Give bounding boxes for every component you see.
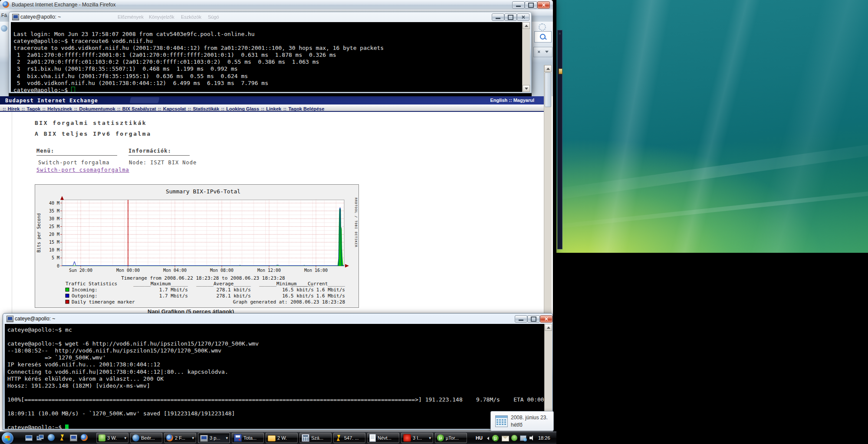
x-tick: Mon 00:00 xyxy=(116,268,140,273)
minimize-button[interactable] xyxy=(492,13,504,21)
tray-expand-chevron-icon[interactable] xyxy=(487,437,489,440)
offscreen-window-sliver[interactable] xyxy=(557,30,562,249)
firefox-titlebar[interactable]: Budapest Internet Exchange - Mozilla Fir… xyxy=(0,0,553,10)
page-subtitle: A BIX teljes IPv6 forgalma xyxy=(35,131,151,137)
tooltip-date: 2008. június 23. xyxy=(511,415,548,421)
maximize-button[interactable] xyxy=(504,13,517,21)
tray-network-icon[interactable] xyxy=(520,435,526,441)
ghost-menu-item: Súgó xyxy=(208,14,219,20)
terminal-progress-line: 100%[===================================… xyxy=(7,396,544,403)
page-title: BIX forgalmi statisztikák xyxy=(35,120,147,126)
terminal1-titlebar[interactable]: cateye@apollo: ~ Előzmények Könyvjelzők … xyxy=(9,12,531,22)
minimize-button[interactable] xyxy=(512,1,525,9)
terminal-line: Connecting to vod6.niif.hu|2001:738:0:40… xyxy=(7,369,544,375)
messenger-icon xyxy=(99,434,105,441)
minimize-button[interactable] xyxy=(515,315,527,323)
scrollbar-thumb[interactable] xyxy=(545,72,551,107)
taskbar-button-inbox[interactable]: Beér... xyxy=(130,433,162,443)
stats-row-label: Incoming: xyxy=(72,287,98,293)
nav-item-dokumentumok[interactable]: Dokumentumok xyxy=(79,106,115,111)
nav-item-tagok-belepese[interactable]: Tagok Belépése xyxy=(288,106,324,111)
taskbar-button-firefox-group[interactable]: 2 F... ▾ xyxy=(164,433,196,443)
terminal2-window: cateye@apollo: ~ cateye@apollo:~$ mc cat… xyxy=(3,313,553,430)
switch-windows-icon[interactable] xyxy=(36,434,43,440)
nav-item-tagok[interactable]: Tagok xyxy=(27,106,41,111)
terminal1-scrollbar[interactable] xyxy=(522,22,530,92)
close-button[interactable] xyxy=(537,1,550,9)
nav-item-kapcsolat[interactable]: Kapcsolat xyxy=(163,106,186,111)
maximize-button[interactable] xyxy=(525,1,537,9)
taskbar-button-winamp[interactable]: 547. ... xyxy=(333,433,365,443)
search-bar-fragment[interactable] xyxy=(534,31,552,42)
scroll-up-button[interactable] xyxy=(523,22,530,29)
bix-header-bar: Budapest Internet Exchange English :: Ma… xyxy=(0,96,544,104)
nav-item-looking-glass[interactable]: Looking Glass xyxy=(226,106,259,111)
nav-item-szabalyzat[interactable]: BIX Szabályzat xyxy=(122,106,156,111)
terminal-cursor xyxy=(65,424,69,429)
language-switch[interactable]: English :: Magyarul xyxy=(490,98,534,103)
maximize-icon xyxy=(508,15,513,20)
start-button[interactable] xyxy=(2,432,13,444)
maximize-button[interactable] xyxy=(527,315,540,323)
nav-separator: :: xyxy=(188,106,191,111)
close-icon[interactable] xyxy=(537,50,540,53)
chevron-down-icon[interactable] xyxy=(545,51,549,53)
taskbar-button-putty-group[interactable]: 3 p... ▾ xyxy=(198,433,230,443)
stats-col-avg: ______Average______ xyxy=(196,281,251,287)
taskbar-button-explorer[interactable]: 2 W. xyxy=(266,433,298,443)
close-icon[interactable] xyxy=(559,33,561,35)
taskbar-button-irfanview-group[interactable]: 3 I... ▾ xyxy=(401,433,433,443)
tray-utorrent-icon[interactable]: µ xyxy=(492,435,499,441)
nav-item-helyszinek[interactable]: Helyszínek xyxy=(47,106,72,111)
nav-separator: :: xyxy=(158,106,161,111)
stat-value: 16.5 kbit/s xyxy=(282,293,314,299)
taskbar-button-messenger-group[interactable]: 3 W. ▾ xyxy=(96,433,128,443)
menu-file-fragment[interactable]: Fá xyxy=(1,13,7,18)
firefox-quicklaunch-icon[interactable] xyxy=(81,434,88,441)
taskbar-button-notepad[interactable]: Névt... xyxy=(367,433,399,443)
findbar-fragment[interactable] xyxy=(533,47,552,57)
stats-col-cur: ______Current______ xyxy=(290,281,345,287)
nav-item-statisztikak[interactable]: Statisztikák xyxy=(193,106,220,111)
terminal2-screen[interactable]: cateye@apollo:~$ mc cateye@apollo:~$ wge… xyxy=(5,324,544,429)
nav-item-linkek[interactable]: Linkek xyxy=(266,106,281,111)
y-tick: 5 M xyxy=(52,255,59,260)
putty-quicklaunch-icon[interactable] xyxy=(70,434,77,441)
close-button[interactable] xyxy=(540,315,552,323)
winamp-icon[interactable] xyxy=(59,434,66,441)
close-button[interactable] xyxy=(517,13,529,21)
scroll-up-button[interactable] xyxy=(544,65,552,72)
tray-mail-icon[interactable] xyxy=(502,436,509,441)
terminal2-titlebar[interactable]: cateye@apollo: ~ xyxy=(3,313,552,324)
show-desktop-icon[interactable] xyxy=(25,435,33,441)
tray-volume-icon[interactable] xyxy=(529,435,534,441)
tray-messenger-icon[interactable] xyxy=(511,435,517,441)
scroll-up-button[interactable] xyxy=(545,324,552,331)
terminal1-screen[interactable]: Last login: Mon Jun 23 17:58:07 2008 fro… xyxy=(11,22,522,92)
quicklaunch-bird-icon[interactable] xyxy=(48,434,55,441)
taskbar-button-total-commander[interactable]: Tota... xyxy=(232,433,264,443)
taskbar-clock[interactable]: 18:26 xyxy=(538,435,550,441)
language-indicator[interactable]: HU xyxy=(476,435,483,441)
terminal1-window: cateye@apollo: ~ Előzmények Könyvjelzők … xyxy=(9,12,532,93)
browser-scrollbar[interactable] xyxy=(544,65,552,313)
arrow-up-icon xyxy=(546,68,550,70)
utorrent-icon: µ xyxy=(437,434,444,441)
taskbar-button-utorrent[interactable]: µ µTor... xyxy=(435,433,467,443)
back-button-fragment[interactable] xyxy=(1,25,7,32)
terminal-prompt: cateye@apollo:~$ xyxy=(7,424,544,429)
nav-item-hirek[interactable]: Hírek xyxy=(8,106,20,111)
y-tick: 15 M xyxy=(49,240,59,245)
taskbar-button-calculator[interactable]: Szá... xyxy=(299,433,332,443)
terminal-line: HTTP kérés elküldve, várom a választ... … xyxy=(7,375,544,382)
terminal-line: 3 rs1.bix.hu (2001:7f8:35::5507:1) 0.468… xyxy=(13,65,522,72)
bix-navbar: :: Hírek :: Tagok :: Helyszínek :: Dokum… xyxy=(0,104,544,112)
terminal-line: --18:08:52-- http://vod6.niif.hu/ipszilo… xyxy=(7,347,544,354)
scroll-down-button[interactable] xyxy=(523,85,530,92)
wallpaper-light-streak xyxy=(739,0,868,253)
x-tick: Mon 12:00 xyxy=(257,268,281,273)
y-axis-arrow xyxy=(60,196,64,200)
menu-link-switch-port-packets[interactable]: Switch-port csomagforgalma xyxy=(36,167,129,173)
minimize-icon xyxy=(496,18,500,19)
menu-item-switch-port[interactable]: Switch-port forgalma xyxy=(38,160,110,166)
